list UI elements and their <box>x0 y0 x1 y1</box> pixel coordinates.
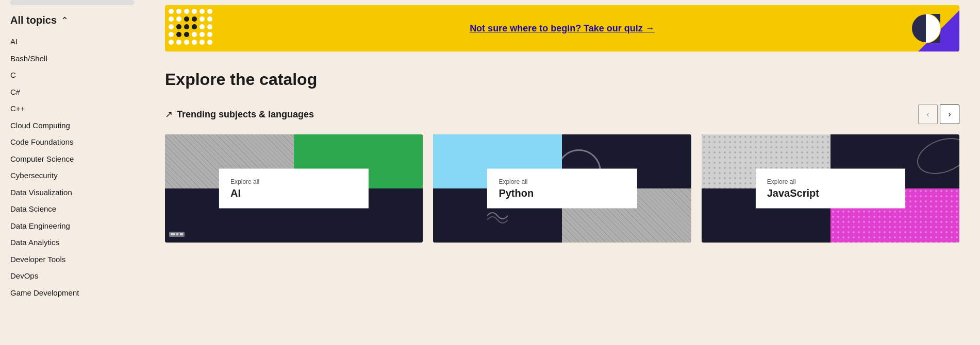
svg-point-8 <box>184 16 189 22</box>
svg-point-4 <box>200 9 205 14</box>
list-item[interactable]: Data Analytics <box>10 234 134 251</box>
card-js[interactable]: Explore all JavaScript <box>702 134 959 243</box>
sidebar-item-cloud[interactable]: Cloud Computing <box>10 121 70 130</box>
svg-point-27 <box>192 40 197 45</box>
svg-point-2 <box>184 9 189 14</box>
svg-rect-37 <box>180 233 183 235</box>
card-js-subject: JavaScript <box>767 187 894 199</box>
sidebar-item-computer-science[interactable]: Computer Science <box>10 154 74 163</box>
svg-point-0 <box>169 9 174 14</box>
sidebar-item-c[interactable]: C <box>10 71 16 79</box>
svg-rect-35 <box>171 233 175 235</box>
cards-container: Explore all AI Explore all Python <box>165 134 959 243</box>
svg-point-25 <box>176 40 181 45</box>
card-python-explore-label: Explore all <box>499 178 625 185</box>
sidebar-item-csharp[interactable]: C# <box>10 88 20 96</box>
card-ai-explore-label: Explore all <box>230 178 357 185</box>
svg-point-3 <box>192 9 197 14</box>
card-ai-bottom-icon <box>169 230 185 238</box>
svg-point-28 <box>200 40 205 45</box>
card-ai-text-overlay: Explore all AI <box>219 169 369 209</box>
svg-point-18 <box>169 32 174 37</box>
card-python-text-overlay: Explore all Python <box>487 169 637 209</box>
svg-point-1 <box>176 9 181 14</box>
all-topics-label: All topics <box>10 14 57 26</box>
svg-point-10 <box>200 16 205 22</box>
list-item[interactable]: Code Foundations <box>10 134 134 151</box>
svg-rect-36 <box>176 233 178 235</box>
sidebar-item-cybersecurity[interactable]: Cybersecurity <box>10 171 58 180</box>
sidebar: All topics ⌃ AI Bash/Shell C C# C++ Clou… <box>0 0 144 345</box>
list-item[interactable]: Game Development <box>10 285 134 302</box>
list-item[interactable]: AI <box>10 33 134 50</box>
list-item[interactable]: Data Engineering <box>10 218 134 235</box>
list-item[interactable]: C++ <box>10 100 134 117</box>
svg-point-12 <box>169 24 174 29</box>
svg-point-6 <box>169 16 174 22</box>
banner-cta: Take our quiz → <box>584 23 655 33</box>
trending-title-row: ↗ Trending subjects & languages <box>165 109 314 120</box>
sidebar-nav-list: AI Bash/Shell C C# C++ Cloud Computing C… <box>10 33 134 301</box>
prev-button[interactable]: ‹ <box>918 105 938 124</box>
sidebar-item-data-viz[interactable]: Data Visualization <box>10 188 72 197</box>
card-python-wave <box>487 205 508 226</box>
trending-section-header: ↗ Trending subjects & languages ‹ › <box>165 105 959 124</box>
all-topics-toggle[interactable]: All topics ⌃ <box>10 14 134 26</box>
svg-point-29 <box>207 40 212 45</box>
sidebar-item-ai[interactable]: AI <box>10 37 18 46</box>
sidebar-item-devops[interactable]: DevOps <box>10 271 38 280</box>
card-js-text-overlay: Explore all JavaScript <box>756 169 905 209</box>
banner-cta-text[interactable]: Not sure where to begin? Take our quiz → <box>180 23 944 34</box>
list-item[interactable]: Cybersecurity <box>10 167 134 184</box>
list-item[interactable]: Bash/Shell <box>10 50 134 67</box>
list-item[interactable]: Cloud Computing <box>10 117 134 134</box>
list-item[interactable]: C <box>10 67 134 84</box>
list-item[interactable]: Data Visualization <box>10 184 134 201</box>
list-item[interactable]: C# <box>10 84 134 101</box>
svg-point-24 <box>169 40 174 45</box>
page-title: Explore the catalog <box>165 70 959 89</box>
banner-link-text: Not sure where to begin? <box>470 23 581 33</box>
sidebar-item-game-dev[interactable]: Game Development <box>10 288 79 297</box>
svg-point-26 <box>184 40 189 45</box>
sidebar-item-code-foundations[interactable]: Code Foundations <box>10 137 74 146</box>
card-python-subject: Python <box>499 187 625 199</box>
sidebar-item-cpp[interactable]: C++ <box>10 104 25 113</box>
svg-point-7 <box>176 16 181 22</box>
list-item[interactable]: Computer Science <box>10 151 134 168</box>
promo-banner[interactable]: Not sure where to begin? Take our quiz → <box>165 5 959 51</box>
sidebar-item-data-analytics[interactable]: Data Analytics <box>10 238 59 247</box>
svg-point-11 <box>207 16 212 22</box>
trending-title: Trending subjects & languages <box>177 109 314 120</box>
carousel-nav: ‹ › <box>918 105 959 124</box>
sidebar-item-bash[interactable]: Bash/Shell <box>10 54 47 63</box>
list-item[interactable]: Developer Tools <box>10 251 134 268</box>
sidebar-item-data-science[interactable]: Data Science <box>10 204 56 213</box>
chevron-up-icon: ⌃ <box>61 15 69 26</box>
card-js-explore-label: Explore all <box>767 178 894 185</box>
sidebar-scrollbar[interactable] <box>10 0 134 5</box>
sidebar-item-dev-tools[interactable]: Developer Tools <box>10 255 65 264</box>
card-ai-subject: AI <box>230 187 357 199</box>
card-ai[interactable]: Explore all AI <box>165 134 423 243</box>
next-button[interactable]: › <box>940 105 959 124</box>
trending-icon: ↗ <box>165 109 173 120</box>
svg-point-5 <box>207 9 212 14</box>
svg-point-9 <box>192 16 197 22</box>
sidebar-item-data-engineering[interactable]: Data Engineering <box>10 221 70 230</box>
list-item[interactable]: DevOps <box>10 268 134 285</box>
card-python[interactable]: Explore all Python <box>433 134 691 243</box>
main-content: Not sure where to begin? Take our quiz →… <box>144 0 980 345</box>
list-item[interactable]: Data Science <box>10 201 134 218</box>
